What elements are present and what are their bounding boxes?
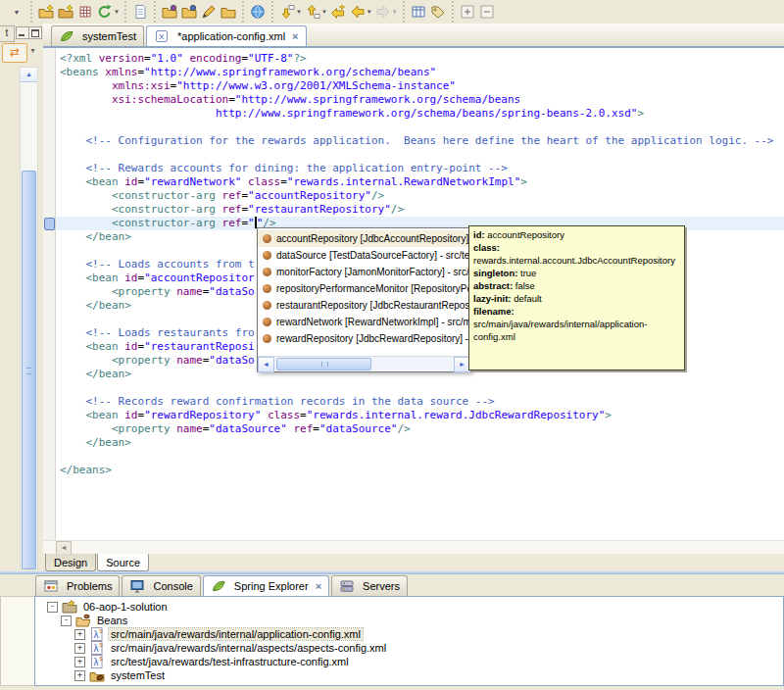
code-line[interactable]: </beans> bbox=[56, 464, 784, 477]
scrollbar-thumb[interactable] bbox=[22, 171, 36, 569]
panel-tab-console[interactable]: Console bbox=[122, 575, 200, 596]
link-with-editor-button[interactable]: ⇄ bbox=[2, 43, 27, 63]
tree-item-label[interactable]: src/main/java/rewards/internal/applicati… bbox=[109, 628, 363, 640]
collapse-toggle[interactable]: - bbox=[61, 616, 72, 626]
new-table-button[interactable] bbox=[75, 2, 95, 22]
code-line[interactable]: http://www.springframework.org/schema/be… bbox=[56, 107, 784, 121]
code-line[interactable]: xmlns:xsi="http://www.w3.org/2001/XMLSch… bbox=[56, 79, 784, 93]
editor-horizontal-scrollbar[interactable]: ◄ bbox=[43, 540, 784, 554]
completion-item[interactable]: dataSource [TestDataSourceFactory] - src… bbox=[258, 247, 470, 264]
popup-scrollbar-thumb[interactable] bbox=[276, 358, 371, 370]
previous-annotation-button-caret[interactable]: ▼ bbox=[321, 9, 327, 15]
open-type-button[interactable] bbox=[160, 2, 179, 22]
collapsed-view-tab[interactable]: t bbox=[0, 25, 15, 42]
panel-tab-problems[interactable]: Problems bbox=[35, 575, 120, 596]
completion-item[interactable]: repositoryPerformanceMonitor [Repository… bbox=[258, 280, 470, 297]
code-line[interactable]: <property name="dataSource" ref="dataSou… bbox=[56, 422, 784, 436]
view-tab-design[interactable]: Design bbox=[45, 554, 96, 571]
close-tab-icon[interactable]: × bbox=[292, 30, 298, 42]
scroll-up-arrow[interactable]: ▲ bbox=[21, 68, 37, 82]
last-edit-location-button[interactable] bbox=[328, 2, 348, 22]
expand-toggle[interactable]: + bbox=[74, 629, 85, 640]
pin-editor-button[interactable] bbox=[409, 2, 428, 22]
tree-item-label[interactable]: systemTest bbox=[109, 669, 167, 681]
search-button[interactable] bbox=[199, 2, 219, 22]
mark-occurrences-button[interactable] bbox=[428, 2, 448, 22]
previous-annotation-button[interactable] bbox=[303, 2, 322, 22]
minimize-view-button[interactable] bbox=[16, 26, 29, 39]
tree-row[interactable]: -06-aop-1-solution bbox=[35, 600, 783, 614]
toolbar-overflow-caret[interactable]: ▼ bbox=[7, 2, 26, 22]
toolbar-group: ▼ bbox=[3, 1, 30, 23]
vertical-scrollbar[interactable]: ▲ bbox=[20, 67, 38, 569]
tree-row[interactable]: +systemTest bbox=[35, 668, 783, 682]
tree-row[interactable]: -Beans bbox=[35, 614, 783, 627]
code-line[interactable]: <beans xmlns="http://www.springframework… bbox=[56, 66, 784, 79]
tree-item-label[interactable]: Beans bbox=[95, 615, 129, 626]
code-line[interactable]: <!-- Records reward confirmation records… bbox=[56, 395, 784, 409]
panel-tab-servers[interactable]: Servers bbox=[331, 575, 408, 596]
maximize-view-button[interactable] bbox=[28, 26, 42, 39]
forward-button-caret[interactable]: ▼ bbox=[392, 9, 398, 15]
import-wizard-button[interactable] bbox=[56, 2, 75, 22]
tree-item-label[interactable]: src/main/java/rewards/internal/aspects/a… bbox=[109, 642, 388, 654]
view-menu-caret[interactable]: ▼ bbox=[29, 47, 36, 54]
code-line[interactable]: <constructor-arg ref="accountRepository"… bbox=[56, 189, 784, 203]
completion-item[interactable]: restaurantRepository [JdbcRestaurantRepo… bbox=[258, 297, 470, 314]
code-line[interactable]: <bean id="rewardNetwork" class="rewards.… bbox=[56, 175, 784, 189]
collapse-toggle[interactable]: - bbox=[47, 602, 58, 613]
completion-item[interactable]: accountRepository [JdbcAccountRepository… bbox=[258, 230, 470, 247]
next-annotation-button[interactable] bbox=[277, 2, 297, 22]
report-button[interactable] bbox=[130, 2, 150, 22]
code-line[interactable]: <constructor-arg ref="restaurantReposito… bbox=[56, 203, 784, 217]
completion-item[interactable]: rewardRepository [JdbcRewardRepository] … bbox=[258, 330, 470, 347]
back-button-caret[interactable]: ▼ bbox=[367, 9, 372, 15]
completion-item[interactable]: monitorFactory [JamonMonitorFactory] - s… bbox=[258, 264, 470, 280]
refresh-button-caret[interactable]: ▼ bbox=[114, 9, 120, 15]
code-line[interactable] bbox=[56, 450, 784, 464]
next-annotation-button-caret[interactable]: ▼ bbox=[296, 9, 302, 15]
code-line[interactable] bbox=[56, 381, 784, 395]
expand-toggle[interactable]: + bbox=[74, 670, 85, 681]
problems-icon bbox=[43, 579, 59, 593]
view-tab-source[interactable]: Source bbox=[97, 554, 149, 571]
collapse-all-button[interactable] bbox=[477, 2, 497, 22]
panel-tab-bar: ProblemsConsoleSpring Explorer×Servers bbox=[0, 574, 784, 596]
code-line[interactable]: <!-- Rewards accounts for dining: the ap… bbox=[56, 162, 784, 175]
scroll-left-arrow[interactable]: ◄ bbox=[56, 541, 72, 555]
tree-item-label[interactable]: src/test/java/rewards/test-infrastructur… bbox=[109, 656, 351, 667]
editor-tab-label: systemTest bbox=[82, 30, 136, 42]
editor-tab-systemtest[interactable]: systemTest bbox=[51, 25, 144, 46]
panel-tab-label: Problems bbox=[67, 580, 112, 592]
popup-horizontal-scrollbar[interactable]: ◄ ► bbox=[258, 356, 470, 371]
tree-row[interactable]: +λSsrc/main/java/rewards/internal/applic… bbox=[35, 627, 783, 641]
completion-item[interactable]: rewardNetwork [RewardNetworkImpl] - src/… bbox=[258, 314, 470, 330]
close-tab-icon[interactable]: × bbox=[316, 580, 321, 592]
new-wizard-button[interactable] bbox=[36, 2, 56, 22]
refresh-button[interactable] bbox=[95, 2, 115, 22]
code-line[interactable]: <!-- Configuration for the rewards appli… bbox=[56, 134, 784, 148]
code-line[interactable] bbox=[56, 121, 784, 134]
forward-button[interactable] bbox=[373, 2, 393, 22]
code-line[interactable] bbox=[56, 148, 784, 162]
tree-row[interactable]: +λSsrc/test/java/rewards/test-infrastruc… bbox=[35, 655, 783, 668]
editor-tab-application-config-xml[interactable]: X*application-config.xml× bbox=[146, 25, 307, 46]
code-line[interactable]: <bean id="rewardRepository" class="rewar… bbox=[56, 409, 784, 422]
open-task-button[interactable] bbox=[219, 2, 238, 22]
back-button[interactable] bbox=[348, 2, 368, 22]
panel-tab-spring-explorer[interactable]: Spring Explorer× bbox=[203, 575, 329, 596]
svg-text:S: S bbox=[99, 642, 103, 648]
code-line[interactable]: </bean> bbox=[56, 436, 784, 450]
code-line[interactable]: xsi:schemaLocation="http://www.springfra… bbox=[56, 93, 784, 107]
expand-all-button[interactable] bbox=[458, 2, 477, 22]
panel-tab-label: Servers bbox=[363, 580, 400, 592]
code-line[interactable]: <?xml version="1.0" encoding="UTF-8"?> bbox=[56, 52, 784, 66]
expand-toggle[interactable]: + bbox=[74, 643, 85, 654]
expand-toggle[interactable]: + bbox=[74, 657, 85, 667]
tree-row[interactable]: +λSsrc/main/java/rewards/internal/aspect… bbox=[35, 641, 783, 655]
open-resource-button[interactable] bbox=[179, 2, 199, 22]
tree-item-label[interactable]: 06-aop-1-solution bbox=[81, 601, 170, 613]
web-browser-button[interactable] bbox=[248, 2, 268, 22]
tooltip-line: rewards.internal.account.JdbcAccountRepo… bbox=[473, 254, 680, 267]
popup-scroll-left-arrow[interactable]: ◄ bbox=[258, 357, 274, 372]
